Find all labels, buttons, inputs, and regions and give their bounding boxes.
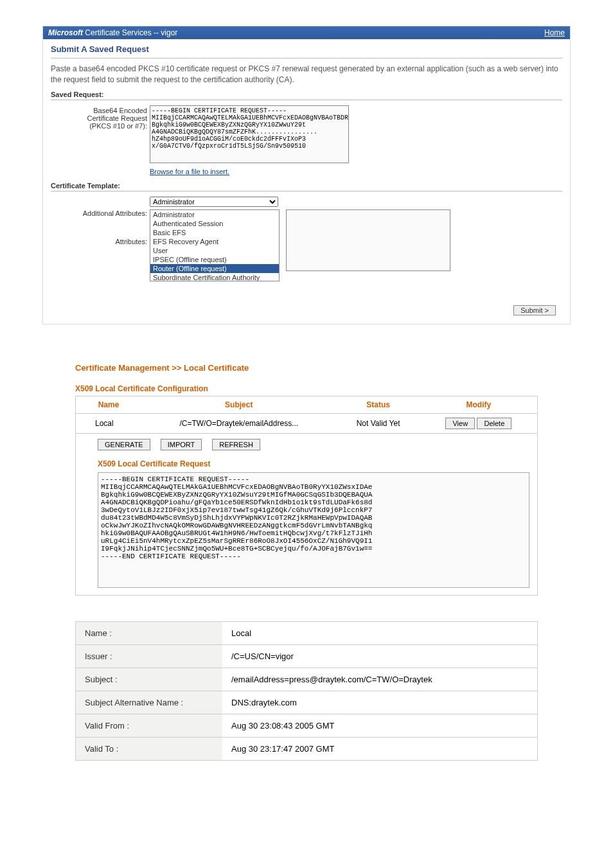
cert-request-title: X509 Local Certificate Request (98, 459, 529, 468)
saved-request-row: Base64 Encoded Certificate Request (PKCS… (51, 105, 562, 175)
cell-status: Not Valid Yet (337, 413, 420, 433)
table-row: Subject :/emailAddress=press@draytek.com… (76, 668, 538, 691)
tpl-list-item[interactable]: Router (Offline request) (150, 264, 279, 273)
template-listbox[interactable]: AdministratorAuthenticated SessionBasic … (150, 209, 280, 281)
tpl-list-item[interactable]: Administrator (150, 210, 279, 219)
tpl-list-item[interactable]: Basic EFS (150, 228, 279, 237)
col-modify: Modify (420, 396, 538, 413)
cert-template-select[interactable]: Administrator (150, 197, 278, 207)
cell-name: Local (76, 413, 142, 433)
table-header-row: Name Subject Status Modify (76, 396, 538, 413)
saved-request-textarea[interactable] (150, 105, 349, 163)
attributes-label: Attributes: (51, 218, 147, 245)
home-link[interactable]: Home (544, 28, 565, 37)
ms-cert-body: Submit A Saved Request Paste a base64 en… (43, 39, 570, 324)
col-status: Status (337, 396, 420, 413)
cert-request-textarea[interactable] (98, 472, 529, 588)
ms-cert-services-window: Microsoft Certificate Services -- vigor … (42, 26, 571, 324)
detail-value: Aug 30 23:08:43 2005 GMT (222, 714, 538, 737)
col-subject: Subject (141, 396, 336, 413)
detail-value: /C=US/CN=vigor (222, 644, 538, 668)
ms-brand-tail: Certificate Services -- vigor (83, 28, 177, 37)
cm-title: Certificate Management >> Local Certific… (75, 363, 538, 373)
cert-template-label: Certificate Template: (51, 182, 562, 190)
ms-brand: Microsoft Certificate Services -- vigor (48, 28, 177, 37)
empty-label (51, 197, 147, 198)
detail-value: Aug 30 23:17:47 2007 GMT (222, 737, 538, 760)
table-row: Local /C=TW/O=Draytek/emailAddress... No… (76, 413, 538, 433)
table-row: Valid From :Aug 30 23:08:43 2005 GMT (76, 714, 538, 737)
submit-description: Paste a base64 encoded PKCS #10 certific… (51, 64, 562, 85)
rule-divider-3 (51, 191, 562, 191)
table-row: Issuer :/C=US/CN=vigor (76, 644, 538, 668)
detail-key: Subject Alternative Name : (76, 691, 223, 714)
refresh-button[interactable]: REFRESH (212, 439, 260, 450)
saved-request-label: Saved Request: (51, 91, 562, 98)
additional-attributes-label: Additional Attributes: (51, 209, 147, 217)
view-button[interactable]: View (445, 418, 475, 429)
detail-value: Local (222, 621, 538, 644)
detail-key: Issuer : (76, 644, 223, 668)
browse-file-link[interactable]: Browse for a file to insert. (150, 168, 349, 175)
cell-modify: View Delete (420, 413, 538, 433)
rule-divider-2 (51, 100, 562, 100)
tpl-list-item[interactable]: Authenticated Session (150, 219, 279, 228)
cert-details-table: Name :LocalIssuer :/C=US/CN=vigorSubject… (75, 621, 538, 761)
tpl-list-item[interactable]: EFS Recovery Agent (150, 237, 279, 246)
rule-divider (51, 58, 562, 58)
tpl-list-item[interactable]: User (150, 246, 279, 255)
detail-value: /emailAddress=press@draytek.com/C=TW/O=D… (222, 668, 538, 691)
tpl-list-item[interactable]: Subordinate Certification Authority (150, 273, 279, 281)
action-buttons-row: GENERATE IMPORT REFRESH (75, 434, 538, 454)
submit-saved-request-title: Submit A Saved Request (51, 44, 562, 54)
ms-cert-header: Microsoft Certificate Services -- vigor … (43, 26, 570, 39)
table-row: Subject Alternative Name :DNS:draytek.co… (76, 691, 538, 714)
detail-value: DNS:draytek.com (222, 691, 538, 714)
import-button[interactable]: IMPORT (161, 439, 202, 450)
detail-key: Subject : (76, 668, 223, 691)
table-row: Valid To :Aug 30 23:17:47 2007 GMT (76, 737, 538, 760)
tpl-list-item[interactable]: IPSEC (Offline request) (150, 255, 279, 264)
saved-request-leftcol: Base64 Encoded Certificate Request (PKCS… (51, 105, 147, 130)
attributes-textarea[interactable] (286, 209, 450, 271)
generate-button[interactable]: GENERATE (98, 439, 150, 450)
cert-request-block: X509 Local Certificate Request (75, 454, 538, 596)
delete-button[interactable]: Delete (477, 418, 511, 429)
detail-key: Valid To : (76, 737, 223, 760)
detail-key: Name : (76, 621, 223, 644)
cm-subtitle: X509 Local Certificate Configuration (75, 384, 538, 393)
submit-row: Submit > (51, 302, 562, 316)
certificate-management-section: Certificate Management >> Local Certific… (75, 363, 538, 596)
cell-subject: /C=TW/O=Draytek/emailAddress... (141, 413, 336, 433)
detail-key: Valid From : (76, 714, 223, 737)
local-cert-table: Name Subject Status Modify Local /C=TW/O… (75, 396, 538, 434)
table-row: Name :Local (76, 621, 538, 644)
cert-template-row: Administrator (51, 197, 562, 207)
submit-button[interactable]: Submit > (513, 305, 556, 315)
ms-brand-em: Microsoft (48, 28, 83, 37)
col-name: Name (76, 396, 142, 413)
